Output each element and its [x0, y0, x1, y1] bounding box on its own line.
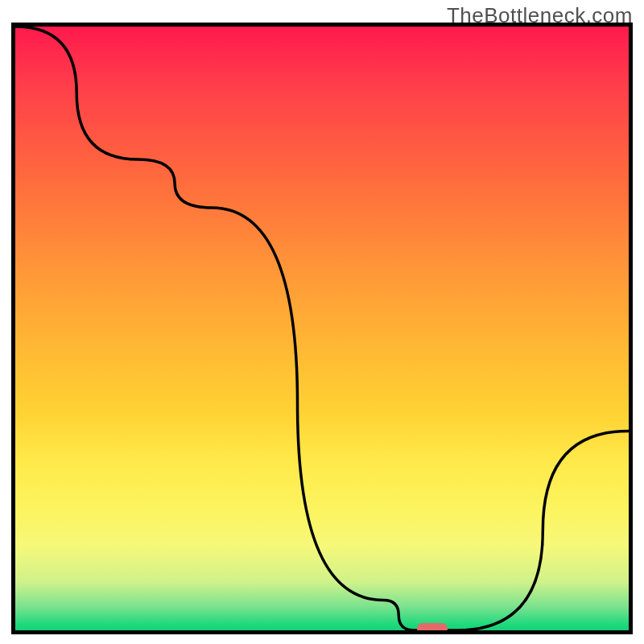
plot-frame: [11, 23, 633, 634]
chart-canvas: TheBottleneck.com: [0, 0, 644, 644]
bottleneck-curve: [15, 27, 629, 630]
watermark-text: TheBottleneck.com: [447, 3, 633, 28]
optimal-marker: [417, 623, 448, 634]
